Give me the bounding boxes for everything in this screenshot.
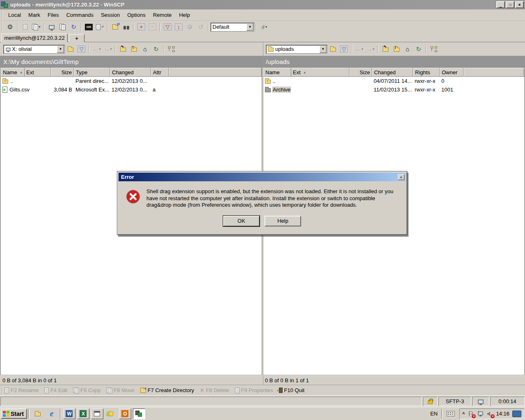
open-in-putty-button[interactable]: ↗: [95, 22, 105, 32]
window-titlebar[interactable]: uploads - merrilllynch@172.20.3.22 - Win…: [0, 0, 525, 9]
column-header-changed[interactable]: Changed: [372, 68, 413, 77]
language-indicator[interactable]: EN: [428, 411, 440, 417]
tray-expand-chevron-icon[interactable]: ^: [462, 411, 465, 416]
menu-commands[interactable]: Commands: [62, 10, 97, 20]
synchronize-button[interactable]: ⇄: [110, 22, 120, 32]
filter-button[interactable]: ▽: [162, 22, 173, 32]
connection-cell[interactable]: [472, 397, 489, 406]
refresh-session-button[interactable]: ↻: [68, 22, 79, 32]
local-root-directory-button[interactable]: \: [129, 44, 139, 54]
minimize-button[interactable]: _: [496, 1, 505, 8]
column-header-name[interactable]: Name: [263, 68, 291, 77]
network-status-icon[interactable]: [477, 411, 484, 417]
transfer-settings-combo[interactable]: Default ▼: [210, 23, 254, 32]
column-header-ext[interactable]: Ext: [25, 68, 51, 77]
task-window-button[interactable]: [91, 409, 103, 419]
task-word-button[interactable]: W: [63, 409, 75, 419]
display-settings-icon[interactable]: [512, 411, 521, 417]
remote-filter-button[interactable]: ▽: [339, 44, 349, 54]
column-header-type[interactable]: Type: [74, 68, 110, 77]
menu-session[interactable]: Session: [97, 10, 123, 20]
table-row[interactable]: Gilts.csv 3,084 B Microsoft Ex... 12/02/…: [1, 85, 262, 94]
column-header-rights[interactable]: Rights: [413, 68, 440, 77]
column-header-changed[interactable]: Changed: [110, 68, 151, 77]
dialog-close-button[interactable]: ✕: [398, 174, 404, 180]
local-tree-toggle-button[interactable]: [166, 44, 176, 54]
restore-selection-button[interactable]: ↺: [196, 22, 206, 32]
f5-copy-button[interactable]: F5 Copy: [73, 387, 100, 393]
address-book-button[interactable]: [20, 22, 30, 32]
remote-refresh-button[interactable]: ↻: [413, 44, 424, 54]
remote-home-directory-button[interactable]: ⌂: [402, 44, 413, 54]
menu-help[interactable]: Help: [175, 10, 194, 20]
session-tab[interactable]: merrilllynch@172.20.3.22: [1, 34, 68, 42]
f9-properties-button[interactable]: F9 Properties: [235, 387, 273, 393]
ok-button[interactable]: OK: [223, 216, 260, 226]
f6-move-button[interactable]: F6 Move: [106, 387, 135, 393]
new-session-tab[interactable]: +: [69, 34, 84, 42]
local-path-bar[interactable]: X:\My documents\GiltTemp: [0, 56, 262, 67]
restore-button[interactable]: ❐: [506, 1, 514, 8]
remote-path-bar[interactable]: /uploads: [262, 56, 525, 67]
duplicate-session-button[interactable]: ▾: [31, 22, 41, 32]
quick-launch-desktop-button[interactable]: [32, 409, 44, 419]
local-open-directory-button[interactable]: [65, 44, 75, 54]
task-winscp-button[interactable]: [133, 409, 145, 419]
chevron-down-icon[interactable]: ▼: [320, 46, 326, 53]
encryption-cell[interactable]: [423, 397, 438, 406]
local-forward-button[interactable]: →▾: [103, 44, 113, 54]
unselect-files-button[interactable]: −: [147, 22, 158, 32]
remote-tree-toggle-button[interactable]: [429, 44, 439, 54]
column-header-name[interactable]: Name▲: [1, 68, 25, 77]
local-filter-button[interactable]: ▽: [76, 44, 87, 54]
tray-clock[interactable]: 14:16: [496, 411, 509, 417]
security-alert-icon[interactable]: ✕: [468, 411, 474, 417]
local-drive-combo[interactable]: X: olivial ▼: [3, 45, 65, 54]
table-row[interactable]: Archive 11/02/2013 15... rwxr-xr-x 1001: [263, 85, 524, 94]
select-files-button[interactable]: +: [136, 22, 146, 32]
menu-grip[interactable]: [2, 11, 3, 19]
f10-quit-button[interactable]: ↦F10 Quit: [279, 387, 305, 393]
menu-local[interactable]: Local: [5, 10, 25, 20]
keyboard-indicator[interactable]: [445, 409, 457, 419]
protocol-cell[interactable]: SFTP-3: [438, 397, 471, 406]
console-button[interactable]: HOM: [84, 22, 94, 32]
close-button[interactable]: ×: [515, 1, 524, 8]
local-home-directory-button[interactable]: ⌂: [140, 44, 150, 54]
find-files-button[interactable]: [121, 22, 131, 32]
refresh-selection-button[interactable]: ↕: [173, 22, 184, 32]
dialog-titlebar[interactable]: Error ✕: [119, 173, 406, 181]
volume-muted-icon[interactable]: ✕: [486, 411, 493, 417]
remote-forward-button[interactable]: →▾: [365, 44, 375, 54]
transfer-options-button[interactable]: ⚡▾: [259, 22, 269, 32]
remote-directory-combo[interactable]: uploads ▼: [266, 45, 327, 54]
clear-selection-button[interactable]: [185, 22, 195, 32]
menu-mark[interactable]: Mark: [25, 10, 44, 20]
f4-edit-button[interactable]: F4 Edit: [44, 387, 67, 393]
f2-rename-button[interactable]: F2 Rename: [5, 387, 39, 393]
local-parent-directory-button[interactable]: ↰: [118, 44, 128, 54]
table-row[interactable]: ↑.. Parent direc... 12/02/2013 0...: [1, 77, 262, 85]
chevron-down-icon[interactable]: ▼: [57, 46, 64, 53]
help-button[interactable]: Help: [265, 216, 301, 226]
f7-create-directory-button[interactable]: ✶F7 Create Directory: [140, 387, 194, 393]
site-manager-button[interactable]: [57, 22, 68, 32]
menu-remote[interactable]: Remote: [149, 10, 176, 20]
menu-options[interactable]: Options: [123, 10, 149, 20]
column-header-owner[interactable]: Owner: [440, 68, 463, 77]
quick-launch-ie-button[interactable]: e: [46, 409, 58, 419]
task-excel-button[interactable]: X: [77, 409, 89, 419]
task-outlook-button[interactable]: O: [119, 409, 131, 419]
fbar-grip[interactable]: [2, 387, 3, 394]
f8-delete-button[interactable]: ✕F8 Delete: [200, 387, 229, 393]
column-header-ext[interactable]: Ext▲: [291, 68, 349, 77]
toolbar-grip[interactable]: [2, 23, 3, 31]
table-row[interactable]: ↑.. 04/07/2011 14... rwxr-xr-x 0: [263, 77, 524, 85]
remote-root-directory-button[interactable]: /: [391, 44, 402, 54]
remote-open-directory-button[interactable]: [328, 44, 338, 54]
column-header-attr[interactable]: Attr: [151, 68, 169, 77]
start-button[interactable]: Start: [1, 409, 27, 419]
remote-back-button[interactable]: ←▾: [354, 44, 364, 54]
column-header-size[interactable]: Size: [51, 68, 74, 77]
task-notes-button[interactable]: [105, 409, 117, 419]
